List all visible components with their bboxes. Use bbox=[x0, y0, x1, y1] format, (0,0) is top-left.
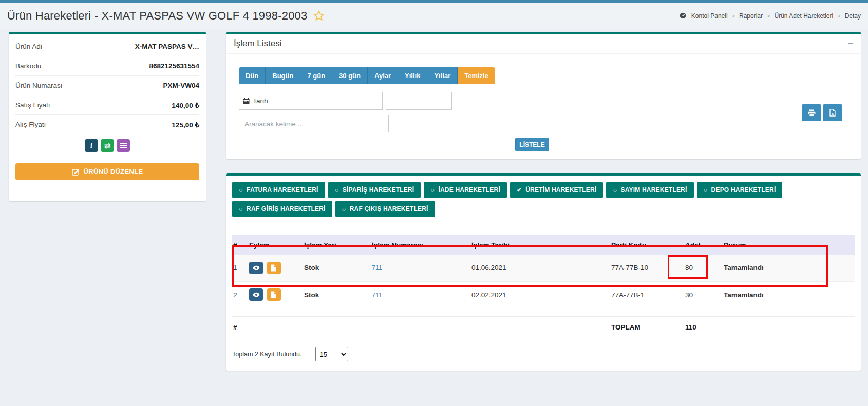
calendar-icon bbox=[243, 98, 250, 104]
filter-aylar-button[interactable]: Aylar bbox=[368, 67, 398, 84]
page-size-select[interactable]: 15 bbox=[315, 347, 348, 361]
date-end-input[interactable] bbox=[386, 92, 452, 110]
transaction-number-link[interactable]: 711 bbox=[372, 292, 382, 299]
search-row bbox=[239, 115, 853, 132]
tab-raf-cikis-hareketleri[interactable]: ○ RAF ÇIKIŞ HAREKETLERİ bbox=[335, 201, 435, 217]
radio-circle-icon: ○ bbox=[342, 206, 346, 212]
edit-product-button[interactable]: ÜRÜNÜ DÜZENLE bbox=[15, 163, 199, 180]
field-value: 8682125631554 bbox=[149, 62, 199, 70]
export-buttons: x bbox=[802, 104, 842, 121]
tab-iade-hareketleri[interactable]: ○ İADE HAREKETLERİ bbox=[424, 182, 507, 198]
col-islem-tarihi: İşlem Tarihi bbox=[470, 235, 610, 255]
filter-dun-button[interactable]: Dün bbox=[239, 67, 266, 84]
tab-depo-hareketleri[interactable]: ○ DEPO HAREKETLERİ bbox=[697, 182, 783, 198]
cell-islem-yeri: Stok bbox=[303, 255, 371, 281]
filter-clear-button[interactable]: Temizle bbox=[458, 67, 495, 84]
transaction-number-link[interactable]: 711 bbox=[372, 264, 382, 272]
date-addon-label: Tarih bbox=[253, 97, 268, 105]
printer-icon bbox=[808, 109, 816, 117]
col-eylem: Eylem bbox=[248, 235, 303, 255]
tab-label: ÜRETİM HAREKETLERİ bbox=[525, 186, 596, 194]
tab-siparis-hareketleri[interactable]: ○ SİPARİŞ HAREKETLERİ bbox=[328, 182, 421, 198]
radio-circle-icon: ○ bbox=[239, 206, 243, 212]
eye-icon bbox=[253, 292, 260, 298]
cell-islem-tarihi: 01.06.2021 bbox=[470, 255, 610, 281]
info-button[interactable]: i bbox=[85, 139, 98, 152]
view-button[interactable] bbox=[249, 288, 263, 301]
field-value: X-MAT PASPAS V… bbox=[135, 43, 199, 50]
date-addon: Tarih bbox=[239, 92, 272, 110]
eye-icon bbox=[253, 265, 260, 271]
transfer-button[interactable]: ⇄ bbox=[101, 139, 114, 152]
field-label: Ürün Numarası bbox=[15, 82, 63, 89]
excel-file-icon: x bbox=[829, 109, 836, 117]
breadcrumb-separator: > bbox=[837, 13, 840, 19]
cell-parti-kodu: 77A-77B-10 bbox=[610, 255, 684, 281]
col-parti-kodu: Parti Kodu bbox=[610, 235, 684, 255]
product-field-row: Ürün Adı X-MAT PASPAS V… bbox=[15, 37, 199, 56]
breadcrumb-item-raporlar[interactable]: Raporlar bbox=[739, 12, 763, 20]
col-durum: Durum bbox=[723, 235, 855, 255]
check-icon: ✔ bbox=[517, 187, 522, 193]
radio-circle-icon: ○ bbox=[239, 187, 243, 194]
totals-value: 110 bbox=[684, 316, 723, 338]
card-header: İşlem Listesi − bbox=[226, 34, 861, 54]
collapse-button[interactable]: − bbox=[848, 41, 853, 46]
field-value: 140,00 ₺ bbox=[172, 101, 199, 109]
view-button[interactable] bbox=[249, 262, 263, 274]
field-label: Barkodu bbox=[15, 62, 41, 70]
product-field-row: Satış Fiyatı 140,00 ₺ bbox=[15, 95, 199, 115]
cell-actions bbox=[248, 281, 303, 308]
excel-export-button[interactable]: x bbox=[823, 104, 842, 121]
status-badge: Tamamlandı bbox=[723, 255, 855, 281]
record-count-text: Toplam 2 Kayıt Bulundu. bbox=[232, 351, 302, 358]
filter-7gun-button[interactable]: 7 gün bbox=[300, 67, 332, 84]
table-row: 1 Stok 711 bbox=[232, 255, 855, 281]
search-input[interactable] bbox=[239, 115, 389, 132]
edit-button-label: ÜRÜNÜ DÜZENLE bbox=[84, 168, 143, 176]
tab-label: FATURA HAREKETLERİ bbox=[247, 186, 318, 194]
cell-islem-yeri: Stok bbox=[303, 281, 371, 308]
filter-yillar-button[interactable]: Yıllar bbox=[427, 67, 458, 84]
breadcrumb-item-kontrol-paneli[interactable]: Kontol Paneli bbox=[691, 12, 728, 20]
filter-yillik-button[interactable]: Yıllık bbox=[398, 67, 427, 84]
tab-uretim-hareketleri-active[interactable]: ✔ ÜRETİM HAREKETLERİ bbox=[510, 182, 603, 198]
tab-label: SAYIM HAREKETLERİ bbox=[621, 186, 687, 194]
movements-table: # Eylem İşlem Yeri İşlem Numarası İşlem … bbox=[232, 235, 855, 308]
list-submit-button[interactable]: LİSTELE bbox=[515, 138, 549, 151]
document-button[interactable] bbox=[267, 262, 281, 274]
favorite-star-icon[interactable] bbox=[313, 10, 325, 21]
quick-filter-group: Dün Bugün 7 gün 30 gün Aylar Yıllık Yıll… bbox=[239, 67, 853, 84]
col-islem-yeri: İşlem Yeri bbox=[303, 235, 371, 255]
tab-raf-giris-hareketleri[interactable]: ○ RAF GİRİŞ HAREKETLERİ bbox=[232, 201, 332, 217]
cell-actions bbox=[248, 255, 303, 281]
transaction-list-card: İşlem Listesi − Dün Bugün 7 gün 30 gün A… bbox=[226, 32, 861, 159]
col-adet: Adet bbox=[684, 235, 723, 255]
list-footer: Toplam 2 Kayıt Bulundu. 15 bbox=[232, 347, 855, 361]
totals-row: # TOPLAM 110 bbox=[232, 316, 855, 338]
totals-hash: # bbox=[232, 316, 248, 338]
filter-30gun-button[interactable]: 30 gün bbox=[332, 67, 368, 84]
tab-label: RAF ÇIKIŞ HAREKETLERİ bbox=[350, 205, 428, 212]
product-field-row: Ürün Numarası PXM-VW04 bbox=[15, 76, 199, 95]
cell-no: 2 bbox=[232, 281, 248, 308]
movements-card: ○ FATURA HAREKETLERİ ○ SİPARİŞ HAREKETLE… bbox=[226, 173, 861, 371]
tab-fatura-hareketleri[interactable]: ○ FATURA HAREKETLERİ bbox=[232, 182, 325, 198]
table-header-row: # Eylem İşlem Yeri İşlem Numarası İşlem … bbox=[232, 235, 855, 255]
page-title: Ürün Hareketleri - X-MAT PASPAS VW GOLF … bbox=[7, 9, 307, 23]
breadcrumb-item-urun-adet-hareketleri[interactable]: Ürün Adet Hareketleri bbox=[774, 12, 833, 20]
movement-tabs-row-1: ○ FATURA HAREKETLERİ ○ SİPARİŞ HAREKETLE… bbox=[232, 182, 855, 198]
list-button[interactable] bbox=[117, 139, 130, 152]
breadcrumb-separator: > bbox=[767, 13, 770, 19]
date-start-input[interactable] bbox=[272, 92, 383, 110]
filter-bugun-button[interactable]: Bugün bbox=[266, 67, 300, 84]
document-button[interactable] bbox=[267, 288, 281, 301]
tab-label: DEPO HAREKETLERİ bbox=[711, 186, 776, 194]
cell-no: 1 bbox=[232, 255, 248, 281]
tab-label: İADE HAREKETLERİ bbox=[438, 186, 500, 194]
print-button[interactable] bbox=[802, 104, 821, 121]
field-label: Ürün Adı bbox=[15, 43, 43, 50]
cell-parti-kodu: 77A-77B-1 bbox=[610, 281, 684, 308]
tab-sayim-hareketleri[interactable]: ○ SAYIM HAREKETLERİ bbox=[606, 182, 693, 198]
col-islem-numarasi: İşlem Numarası bbox=[371, 235, 470, 255]
